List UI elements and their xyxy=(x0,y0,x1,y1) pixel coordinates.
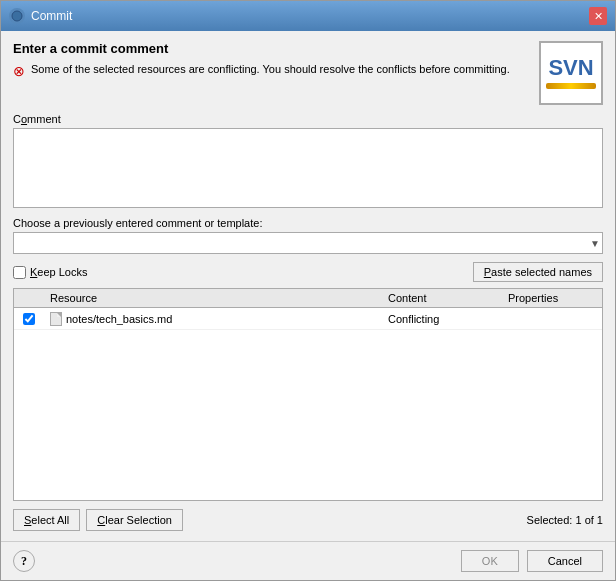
comment-textarea[interactable] xyxy=(13,128,603,208)
help-button[interactable]: ? xyxy=(13,550,35,572)
files-table: Resource Content Properties notes/tech_b… xyxy=(13,288,603,501)
col-check xyxy=(14,292,44,304)
row-resource: notes/tech_basics.md xyxy=(44,310,382,328)
header-section: Enter a commit comment ⊗ Some of the sel… xyxy=(13,41,603,105)
close-button[interactable]: ✕ xyxy=(589,7,607,25)
svn-logo-text: SVN xyxy=(548,57,593,79)
paste-names-button[interactable]: Paste selected names xyxy=(473,262,603,282)
previous-comment-label: Choose a previously entered comment or t… xyxy=(13,217,603,229)
svn-logo-bar xyxy=(546,83,596,89)
table-body: notes/tech_basics.md Conflicting xyxy=(14,308,602,500)
row-properties xyxy=(502,317,602,321)
table-header: Resource Content Properties xyxy=(14,289,602,308)
select-all-button[interactable]: Select All xyxy=(13,509,80,531)
previous-comment-section: Choose a previously entered comment or t… xyxy=(13,217,603,254)
title-bar: Commit ✕ xyxy=(1,1,615,31)
warning-text: Some of the selected resources are confl… xyxy=(31,62,510,77)
dialog-title: Commit xyxy=(31,9,72,23)
previous-comment-select[interactable] xyxy=(13,232,603,254)
comment-section: Comment xyxy=(13,113,603,211)
col-content: Content xyxy=(382,292,502,304)
col-properties: Properties xyxy=(502,292,602,304)
options-row: Keep Locks Paste selected names xyxy=(13,262,603,282)
col-resource: Resource xyxy=(44,292,382,304)
dialog-body: Enter a commit comment ⊗ Some of the sel… xyxy=(1,31,615,541)
keep-locks-label: Keep Locks xyxy=(30,266,88,278)
cancel-button[interactable]: Cancel xyxy=(527,550,603,572)
row-checkbox[interactable] xyxy=(23,313,35,325)
dialog-icon xyxy=(9,8,25,24)
svg-point-0 xyxy=(12,11,22,21)
ok-button[interactable]: OK xyxy=(461,550,519,572)
commit-dialog: Commit ✕ Enter a commit comment ⊗ Some o… xyxy=(0,0,616,581)
clear-selection-button[interactable]: Clear Selection xyxy=(86,509,183,531)
selected-count: Selected: 1 of 1 xyxy=(189,514,603,526)
comment-label: Comment xyxy=(13,113,603,125)
warning-icon: ⊗ xyxy=(13,63,25,79)
svn-logo: SVN xyxy=(539,41,603,105)
keep-locks-checkbox[interactable] xyxy=(13,266,26,279)
row-checkbox-cell xyxy=(14,311,44,327)
dialog-footer: ? OK Cancel xyxy=(1,541,615,580)
row-content: Conflicting xyxy=(382,311,502,327)
header-title: Enter a commit comment xyxy=(13,41,529,56)
file-icon xyxy=(50,312,62,326)
bottom-buttons-row: Select All Clear Selection Selected: 1 o… xyxy=(13,509,603,531)
file-name: notes/tech_basics.md xyxy=(66,313,172,325)
table-row: notes/tech_basics.md Conflicting xyxy=(14,308,602,330)
